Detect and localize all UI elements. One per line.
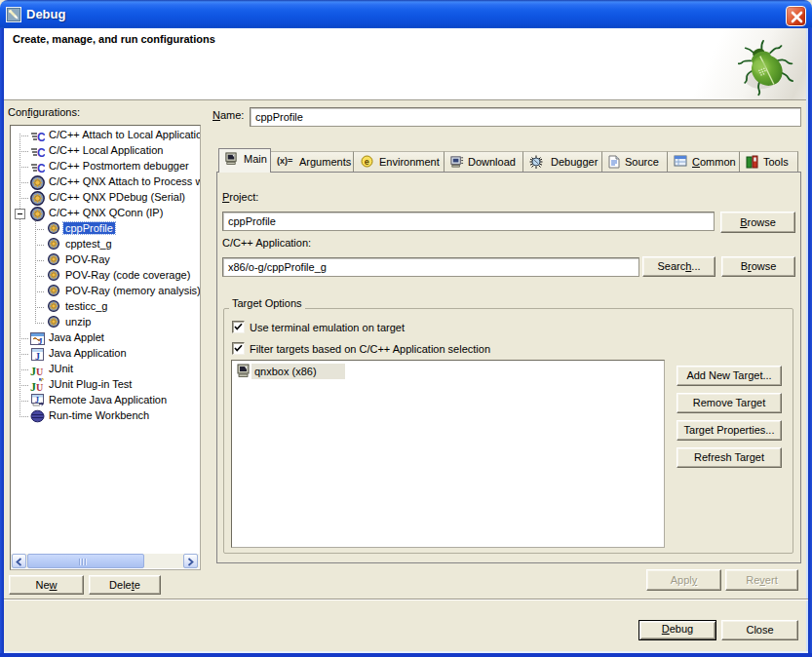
svg-text:e: e: [365, 157, 369, 167]
